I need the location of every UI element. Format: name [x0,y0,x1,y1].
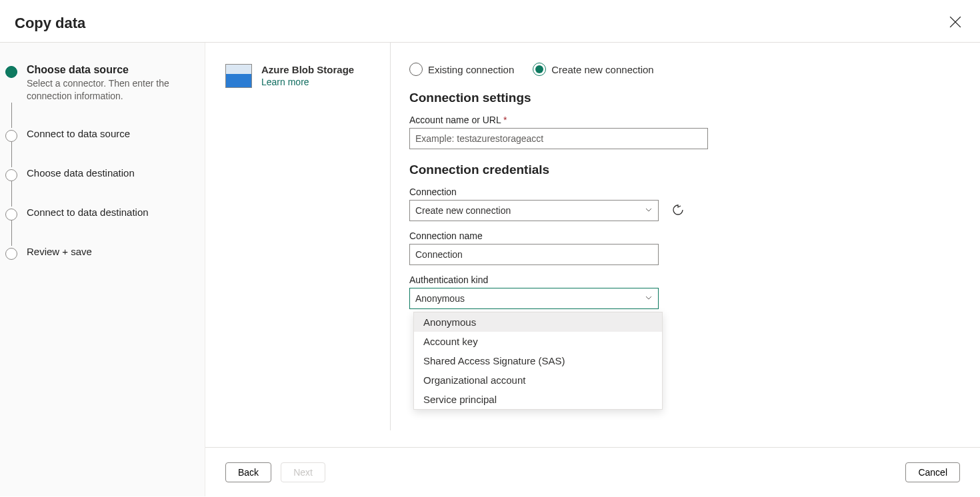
auth-option-organizational-account[interactable]: Organizational account [414,370,662,390]
connector-name: Azure Blob Storage [261,64,354,75]
step-title: Choose data source [27,64,180,76]
back-button[interactable]: Back [225,462,271,482]
dialog-title: Copy data [15,15,85,32]
wizard-step-connect-to-data-source[interactable]: Connect to data source [5,128,191,142]
next-button: Next [281,462,325,482]
step-title: Choose data destination [27,167,135,179]
connection-mode-radio-group: Existing connection Create new connectio… [409,63,961,76]
field-label-text: Account name or URL [409,115,501,125]
field-authentication-kind: Authentication kind Anonymous Anonymous … [409,274,961,309]
account-name-input[interactable] [409,128,708,149]
select-value: Create new connection [415,205,511,216]
step-title: Connect to data destination [27,207,149,218]
step-marker-icon [5,248,17,260]
field-label: Authentication kind [409,274,961,285]
select-value: Anonymous [415,293,465,304]
section-heading-connection-settings: Connection settings [409,91,961,105]
step-title: Review + save [27,246,92,257]
authentication-kind-select[interactable]: Anonymous [409,288,659,309]
main-panel: Azure Blob Storage Learn more Existing c… [205,43,980,496]
blob-storage-icon [225,64,252,88]
connection-select[interactable]: Create new connection [409,200,659,221]
auth-option-account-key[interactable]: Account key [414,332,662,351]
dialog-footer: Back Next Cancel [205,447,980,497]
wizard-step-choose-data-destination[interactable]: Choose data destination [5,167,191,181]
close-icon [949,16,961,28]
refresh-button[interactable] [669,201,687,221]
required-asterisk: * [503,115,507,125]
wizard-step-choose-data-source[interactable]: Choose data source Select a connector. T… [5,64,191,103]
step-marker-icon [5,66,17,78]
step-title: Connect to data source [27,128,130,139]
wizard-step-connect-to-data-destination[interactable]: Connect to data destination [5,207,191,221]
form-area: Existing connection Create new connectio… [391,43,980,496]
step-connector [11,142,12,167]
connector-info-panel: Azure Blob Storage Learn more [205,43,391,430]
wizard-sidebar: Choose data source Select a connector. T… [0,43,205,496]
field-account-name: Account name or URL * [409,115,961,149]
step-connector [11,221,12,246]
radio-create-new-connection[interactable]: Create new connection [533,63,653,76]
step-connector [11,103,12,128]
authentication-kind-dropdown: Anonymous Account key Shared Access Sign… [413,312,663,410]
refresh-icon [672,204,684,216]
dialog-header: Copy data [0,0,980,43]
auth-option-anonymous[interactable]: Anonymous [414,312,662,332]
auth-option-service-principal[interactable]: Service principal [414,390,662,409]
step-marker-icon [5,169,17,181]
step-description: Select a connector. Then enter the conne… [27,77,180,103]
field-connection-name: Connection name [409,231,961,265]
radio-existing-connection[interactable]: Existing connection [409,63,514,76]
wizard-step-review-save[interactable]: Review + save [5,246,191,260]
field-connection: Connection Create new connection [409,187,961,221]
learn-more-link[interactable]: Learn more [261,77,354,87]
auth-option-sas[interactable]: Shared Access Signature (SAS) [414,351,662,370]
field-label: Connection [409,187,961,197]
step-marker-icon [5,209,17,221]
field-label: Account name or URL * [409,115,961,125]
radio-label: Existing connection [428,64,514,75]
section-heading-connection-credentials: Connection credentials [409,163,961,177]
cancel-button[interactable]: Cancel [905,462,960,482]
chevron-down-icon [645,205,653,216]
close-button[interactable] [945,12,965,34]
radio-label: Create new connection [551,64,653,75]
step-marker-icon [5,130,17,142]
radio-icon [533,63,546,76]
connection-name-input[interactable] [409,244,659,265]
radio-icon [409,63,423,76]
chevron-down-icon [645,293,653,304]
field-label: Connection name [409,231,961,241]
dialog-body: Choose data source Select a connector. T… [0,43,980,496]
step-connector [11,181,12,207]
